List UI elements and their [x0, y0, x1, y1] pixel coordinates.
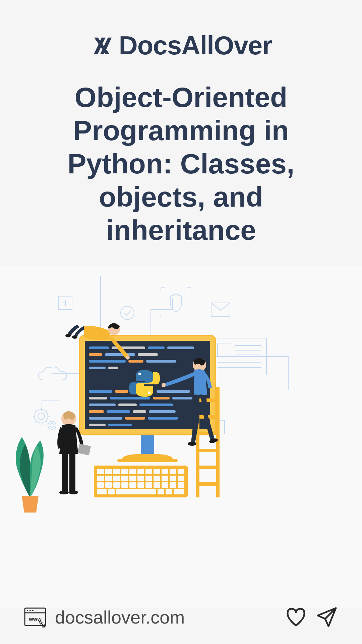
svg-rect-56: [149, 410, 176, 413]
browser-www-icon: www: [23, 605, 47, 629]
svg-rect-80: [113, 476, 120, 481]
svg-rect-65: [117, 459, 178, 462]
svg-rect-74: [154, 469, 160, 474]
svg-rect-53: [89, 410, 104, 413]
svg-rect-73: [145, 469, 152, 474]
shield-icon: [161, 288, 191, 318]
svg-point-131: [29, 610, 31, 611]
plant-illustration: [16, 437, 44, 513]
page-title: Object-Oriented Programming in Python: C…: [13, 81, 349, 247]
svg-rect-68: [105, 469, 112, 474]
heart-icon[interactable]: [284, 605, 308, 629]
svg-rect-71: [129, 469, 136, 474]
svg-rect-41: [89, 367, 106, 369]
plus-box-icon: [59, 296, 72, 310]
svg-rect-102: [116, 489, 156, 494]
svg-rect-79: [105, 476, 112, 481]
svg-rect-101: [108, 489, 115, 494]
svg-rect-59: [148, 417, 178, 420]
svg-rect-116: [69, 452, 75, 491]
svg-rect-96: [154, 482, 160, 488]
svg-point-124: [65, 334, 71, 337]
svg-rect-119: [77, 444, 91, 455]
svg-point-125: [72, 335, 77, 339]
svg-rect-76: [170, 469, 176, 474]
svg-rect-34: [167, 346, 194, 349]
svg-text:www: www: [28, 616, 42, 622]
svg-rect-82: [129, 476, 136, 481]
check-icon: [121, 306, 134, 320]
svg-point-7: [121, 306, 134, 320]
svg-rect-78: [97, 476, 104, 481]
svg-rect-52: [139, 404, 173, 406]
svg-rect-70: [121, 469, 128, 474]
svg-rect-77: [178, 469, 184, 474]
svg-rect-94: [137, 482, 144, 488]
svg-point-9: [38, 413, 45, 420]
svg-rect-44: [115, 390, 128, 393]
svg-rect-89: [97, 482, 104, 488]
svg-rect-61: [108, 424, 132, 426]
svg-rect-81: [121, 476, 128, 481]
svg-rect-103: [158, 489, 164, 494]
svg-rect-115: [62, 452, 68, 491]
svg-rect-58: [125, 417, 145, 420]
svg-rect-90: [105, 482, 112, 488]
svg-point-19: [50, 423, 54, 427]
svg-line-17: [35, 421, 37, 422]
svg-rect-85: [154, 476, 160, 481]
brand-logo: DocsAllOver: [13, 30, 349, 61]
svg-rect-92: [121, 482, 128, 488]
brand-name: DocsAllOver: [119, 30, 272, 61]
svg-rect-86: [162, 476, 168, 481]
svg-rect-51: [118, 404, 137, 406]
svg-rect-98: [170, 482, 176, 488]
hero-illustration: [0, 266, 362, 608]
svg-rect-60: [89, 424, 106, 426]
svg-rect-93: [129, 482, 136, 488]
stripe-x-icon: [90, 36, 116, 56]
svg-rect-49: [172, 397, 192, 399]
svg-rect-45: [157, 390, 190, 393]
svg-rect-104: [166, 489, 172, 494]
svg-rect-47: [110, 397, 150, 399]
svg-line-18: [46, 410, 47, 412]
svg-rect-83: [137, 476, 144, 481]
svg-rect-54: [107, 410, 130, 413]
svg-point-130: [27, 610, 28, 611]
svg-point-20: [48, 421, 56, 429]
svg-point-117: [59, 490, 69, 494]
svg-rect-84: [145, 476, 152, 481]
svg-rect-69: [113, 469, 120, 474]
svg-rect-91: [113, 482, 120, 488]
svg-rect-88: [178, 476, 184, 481]
svg-rect-37: [138, 353, 158, 356]
svg-rect-99: [178, 482, 184, 488]
svg-rect-105: [174, 489, 184, 494]
svg-rect-57: [89, 417, 122, 420]
svg-rect-50: [89, 404, 116, 406]
svg-point-127: [126, 356, 130, 360]
svg-rect-39: [128, 360, 143, 363]
paper-plane-icon[interactable]: [315, 605, 339, 629]
svg-rect-43: [89, 390, 112, 393]
svg-rect-22: [218, 343, 231, 357]
svg-rect-46: [89, 397, 107, 399]
svg-rect-75: [162, 469, 168, 474]
svg-point-121: [162, 383, 166, 387]
svg-rect-100: [97, 489, 107, 494]
svg-rect-72: [137, 469, 144, 474]
svg-rect-36: [105, 353, 135, 356]
svg-rect-35: [89, 353, 102, 356]
footer: www docsallover.com: [0, 590, 362, 644]
svg-rect-38: [89, 360, 126, 363]
svg-rect-48: [153, 397, 170, 399]
svg-rect-42: [108, 367, 118, 369]
svg-rect-87: [170, 476, 176, 481]
svg-rect-40: [146, 360, 176, 363]
svg-point-122: [188, 442, 196, 446]
svg-line-16: [46, 421, 47, 422]
svg-rect-33: [148, 346, 165, 349]
svg-rect-31: [89, 346, 109, 349]
envelope-icon: [211, 303, 230, 316]
